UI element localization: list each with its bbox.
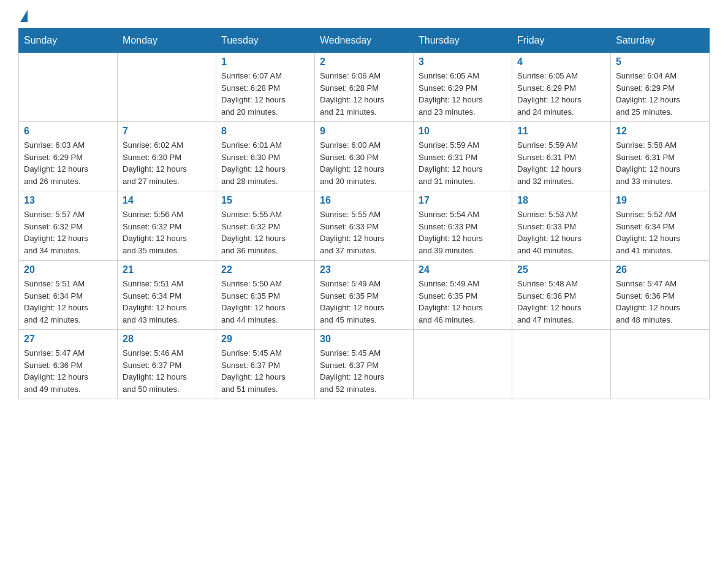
day-info: Sunrise: 6:02 AMSunset: 6:30 PMDaylight:… bbox=[123, 139, 211, 187]
day-info: Sunrise: 5:59 AMSunset: 6:31 PMDaylight:… bbox=[517, 139, 605, 187]
day-info: Sunrise: 5:58 AMSunset: 6:31 PMDaylight:… bbox=[616, 139, 704, 187]
day-info: Sunrise: 5:56 AMSunset: 6:32 PMDaylight:… bbox=[123, 209, 211, 256]
day-number: 19 bbox=[616, 195, 704, 206]
calendar-cell bbox=[611, 330, 710, 399]
day-number: 4 bbox=[517, 56, 605, 67]
weekday-header-thursday: Thursday bbox=[414, 29, 512, 53]
calendar-cell: 24Sunrise: 5:49 AMSunset: 6:35 PMDayligh… bbox=[414, 261, 512, 330]
calendar-cell: 29Sunrise: 5:45 AMSunset: 6:37 PMDayligh… bbox=[216, 330, 315, 399]
day-info: Sunrise: 6:06 AMSunset: 6:28 PMDaylight:… bbox=[320, 70, 408, 118]
calendar-cell: 10Sunrise: 5:59 AMSunset: 6:31 PMDayligh… bbox=[414, 122, 512, 191]
day-info: Sunrise: 5:53 AMSunset: 6:33 PMDaylight:… bbox=[517, 209, 605, 256]
day-info: Sunrise: 5:52 AMSunset: 6:34 PMDaylight:… bbox=[616, 209, 704, 256]
day-number: 11 bbox=[517, 126, 605, 137]
day-info: Sunrise: 5:47 AMSunset: 6:36 PMDaylight:… bbox=[24, 347, 112, 395]
calendar-cell: 9Sunrise: 6:00 AMSunset: 6:30 PMDaylight… bbox=[315, 122, 414, 191]
calendar-cell: 20Sunrise: 5:51 AMSunset: 6:34 PMDayligh… bbox=[19, 261, 118, 330]
calendar-cell: 6Sunrise: 6:03 AMSunset: 6:29 PMDaylight… bbox=[19, 122, 118, 191]
calendar-cell: 25Sunrise: 5:48 AMSunset: 6:36 PMDayligh… bbox=[512, 261, 611, 330]
day-info: Sunrise: 5:49 AMSunset: 6:35 PMDaylight:… bbox=[419, 278, 507, 326]
calendar-cell bbox=[414, 330, 512, 399]
day-number: 1 bbox=[221, 56, 309, 67]
day-number: 5 bbox=[616, 56, 704, 67]
day-info: Sunrise: 6:07 AMSunset: 6:28 PMDaylight:… bbox=[221, 70, 309, 118]
day-number: 21 bbox=[123, 264, 211, 275]
calendar-cell: 16Sunrise: 5:55 AMSunset: 6:33 PMDayligh… bbox=[315, 191, 414, 261]
day-number: 6 bbox=[24, 126, 112, 137]
calendar-cell: 1Sunrise: 6:07 AMSunset: 6:28 PMDaylight… bbox=[216, 53, 315, 122]
week-row-2: 6Sunrise: 6:03 AMSunset: 6:29 PMDaylight… bbox=[19, 122, 710, 191]
day-number: 12 bbox=[616, 126, 704, 137]
day-number: 29 bbox=[221, 334, 309, 345]
calendar-cell: 5Sunrise: 6:04 AMSunset: 6:29 PMDaylight… bbox=[611, 53, 710, 122]
logo-triangle-icon bbox=[20, 10, 28, 22]
day-info: Sunrise: 5:59 AMSunset: 6:31 PMDaylight:… bbox=[419, 139, 507, 187]
calendar-cell: 28Sunrise: 5:46 AMSunset: 6:37 PMDayligh… bbox=[118, 330, 216, 399]
weekday-header-tuesday: Tuesday bbox=[216, 29, 315, 53]
day-info: Sunrise: 6:01 AMSunset: 6:30 PMDaylight:… bbox=[221, 139, 309, 187]
day-number: 13 bbox=[24, 195, 112, 206]
calendar-cell: 7Sunrise: 6:02 AMSunset: 6:30 PMDaylight… bbox=[118, 122, 216, 191]
logo bbox=[18, 12, 29, 22]
weekday-header-sunday: Sunday bbox=[19, 29, 118, 53]
calendar-cell: 23Sunrise: 5:49 AMSunset: 6:35 PMDayligh… bbox=[315, 261, 414, 330]
day-info: Sunrise: 6:03 AMSunset: 6:29 PMDaylight:… bbox=[24, 139, 112, 187]
calendar-cell bbox=[118, 53, 216, 122]
day-number: 16 bbox=[320, 195, 408, 206]
day-number: 2 bbox=[320, 56, 408, 67]
day-number: 18 bbox=[517, 195, 605, 206]
calendar-cell: 22Sunrise: 5:50 AMSunset: 6:35 PMDayligh… bbox=[216, 261, 315, 330]
day-number: 9 bbox=[320, 126, 408, 137]
calendar-cell: 15Sunrise: 5:55 AMSunset: 6:32 PMDayligh… bbox=[216, 191, 315, 261]
day-number: 22 bbox=[221, 264, 309, 275]
day-number: 24 bbox=[419, 264, 507, 275]
calendar-cell: 14Sunrise: 5:56 AMSunset: 6:32 PMDayligh… bbox=[118, 191, 216, 261]
calendar-cell: 2Sunrise: 6:06 AMSunset: 6:28 PMDaylight… bbox=[315, 53, 414, 122]
day-info: Sunrise: 5:47 AMSunset: 6:36 PMDaylight:… bbox=[616, 278, 704, 326]
calendar-cell: 11Sunrise: 5:59 AMSunset: 6:31 PMDayligh… bbox=[512, 122, 611, 191]
day-number: 28 bbox=[123, 334, 211, 345]
calendar-table: SundayMondayTuesdayWednesdayThursdayFrid… bbox=[18, 28, 710, 399]
day-info: Sunrise: 6:04 AMSunset: 6:29 PMDaylight:… bbox=[616, 70, 704, 118]
calendar-cell: 13Sunrise: 5:57 AMSunset: 6:32 PMDayligh… bbox=[19, 191, 118, 261]
calendar-cell: 19Sunrise: 5:52 AMSunset: 6:34 PMDayligh… bbox=[611, 191, 710, 261]
weekday-header-wednesday: Wednesday bbox=[315, 29, 414, 53]
day-info: Sunrise: 5:45 AMSunset: 6:37 PMDaylight:… bbox=[320, 347, 408, 395]
day-number: 14 bbox=[123, 195, 211, 206]
calendar-cell: 30Sunrise: 5:45 AMSunset: 6:37 PMDayligh… bbox=[315, 330, 414, 399]
day-number: 27 bbox=[24, 334, 112, 345]
day-info: Sunrise: 5:51 AMSunset: 6:34 PMDaylight:… bbox=[24, 278, 112, 326]
calendar-body: 1Sunrise: 6:07 AMSunset: 6:28 PMDaylight… bbox=[19, 53, 710, 399]
day-number: 10 bbox=[419, 126, 507, 137]
day-info: Sunrise: 5:45 AMSunset: 6:37 PMDaylight:… bbox=[221, 347, 309, 395]
day-number: 7 bbox=[123, 126, 211, 137]
day-info: Sunrise: 6:05 AMSunset: 6:29 PMDaylight:… bbox=[517, 70, 605, 118]
day-info: Sunrise: 5:54 AMSunset: 6:33 PMDaylight:… bbox=[419, 209, 507, 256]
day-number: 25 bbox=[517, 264, 605, 275]
calendar-cell bbox=[512, 330, 611, 399]
weekday-header-monday: Monday bbox=[118, 29, 216, 53]
day-info: Sunrise: 6:05 AMSunset: 6:29 PMDaylight:… bbox=[419, 70, 507, 118]
day-info: Sunrise: 5:51 AMSunset: 6:34 PMDaylight:… bbox=[123, 278, 211, 326]
day-info: Sunrise: 5:46 AMSunset: 6:37 PMDaylight:… bbox=[123, 347, 211, 395]
day-number: 3 bbox=[419, 56, 507, 67]
day-info: Sunrise: 5:55 AMSunset: 6:32 PMDaylight:… bbox=[221, 209, 309, 256]
day-info: Sunrise: 5:50 AMSunset: 6:35 PMDaylight:… bbox=[221, 278, 309, 326]
day-info: Sunrise: 5:55 AMSunset: 6:33 PMDaylight:… bbox=[320, 209, 408, 256]
calendar-cell: 12Sunrise: 5:58 AMSunset: 6:31 PMDayligh… bbox=[611, 122, 710, 191]
day-number: 15 bbox=[221, 195, 309, 206]
calendar-cell: 18Sunrise: 5:53 AMSunset: 6:33 PMDayligh… bbox=[512, 191, 611, 261]
day-number: 26 bbox=[616, 264, 704, 275]
day-info: Sunrise: 5:48 AMSunset: 6:36 PMDaylight:… bbox=[517, 278, 605, 326]
weekday-header-saturday: Saturday bbox=[611, 29, 710, 53]
calendar-cell: 27Sunrise: 5:47 AMSunset: 6:36 PMDayligh… bbox=[19, 330, 118, 399]
day-info: Sunrise: 5:57 AMSunset: 6:32 PMDaylight:… bbox=[24, 209, 112, 256]
day-number: 23 bbox=[320, 264, 408, 275]
day-number: 17 bbox=[419, 195, 507, 206]
calendar-cell: 4Sunrise: 6:05 AMSunset: 6:29 PMDaylight… bbox=[512, 53, 611, 122]
week-row-4: 20Sunrise: 5:51 AMSunset: 6:34 PMDayligh… bbox=[19, 261, 710, 330]
calendar-cell: 17Sunrise: 5:54 AMSunset: 6:33 PMDayligh… bbox=[414, 191, 512, 261]
calendar-cell: 21Sunrise: 5:51 AMSunset: 6:34 PMDayligh… bbox=[118, 261, 216, 330]
day-info: Sunrise: 6:00 AMSunset: 6:30 PMDaylight:… bbox=[320, 139, 408, 187]
week-row-5: 27Sunrise: 5:47 AMSunset: 6:36 PMDayligh… bbox=[19, 330, 710, 399]
